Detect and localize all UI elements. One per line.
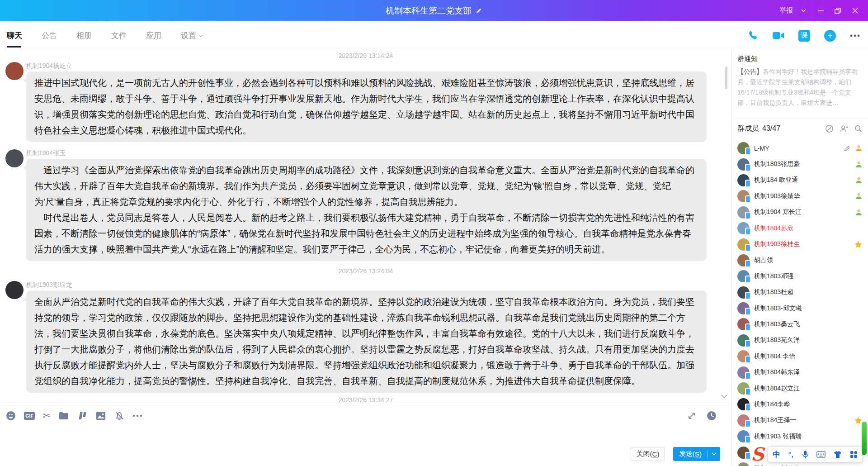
send-button[interactable]: 发送(S) xyxy=(673,447,720,461)
sender-name: 机制1904张玉 xyxy=(26,148,731,157)
send-button-label[interactable]: 发送(S) xyxy=(673,447,708,461)
member-avatar xyxy=(737,302,750,314)
chat-history: 2023/2/26 13:14:24 机制1904杨屹立 推进中国式现代化，是一… xyxy=(0,50,731,405)
report-button[interactable]: 举报 xyxy=(779,6,793,15)
member-row[interactable]: 机制1803张思豪 xyxy=(732,156,868,172)
ime-toolbox-icon[interactable] xyxy=(850,451,858,458)
scroll-to-bottom-icon[interactable] xyxy=(721,394,728,399)
message-bubble: 通过学习《全面从严治党探索出依靠党的自我革命跳出历史周期率的成功路径》文件，我深… xyxy=(26,159,707,261)
member-row[interactable]: 机制1803-邱文曦 xyxy=(732,300,868,316)
member-row[interactable]: 机制1803苑久洋 xyxy=(732,333,868,348)
member-row[interactable]: 机制1804韩东泽 xyxy=(732,364,868,380)
anonymous-chat-icon[interactable] xyxy=(825,124,834,133)
tab-album[interactable]: 相册 xyxy=(76,21,92,50)
send-options-chevron-icon[interactable] xyxy=(708,447,720,461)
member-row[interactable]: 机制1804赵立江 xyxy=(732,380,868,396)
edit-title-icon[interactable] xyxy=(476,7,482,14)
message: 机制1904杨屹立 推进中国式现代化，是一项前无古人的开创性事业，必然会遇到各种… xyxy=(0,61,731,142)
member-row[interactable]: 机制1903徐桂生 xyxy=(732,236,868,252)
chat-scrollbar-thumb[interactable] xyxy=(725,67,727,89)
message-bubble: 推进中国式现代化，是一项前无古人的开创性事业，必然会遇到各种可以预料和难以预料的… xyxy=(26,71,707,142)
member-avatar xyxy=(737,238,750,251)
member-avatar xyxy=(737,462,750,466)
ime-skin-icon[interactable] xyxy=(834,451,842,458)
group-notice[interactable]: 群通知 【公告】各位同学好！我是学院辅导员李明月，最近学院学生党支部结构调整，咱… xyxy=(737,55,863,108)
member-avatar xyxy=(737,190,750,202)
image-icon[interactable] xyxy=(95,410,106,421)
member-row[interactable]: 机制1903 张福瑞 xyxy=(732,428,868,444)
member-avatar xyxy=(737,350,750,362)
invite-member-icon[interactable] xyxy=(840,124,848,133)
member-avatar xyxy=(737,142,750,154)
avatar[interactable] xyxy=(5,149,24,167)
member-row[interactable]: 胡占领 xyxy=(732,252,868,268)
close-chat-button[interactable]: 关闭(C) xyxy=(631,447,665,461)
message: 机制1903彭瑞龙 全面从严治党是新时代党的自我革命的伟大实践，开辟了百年大党自… xyxy=(0,280,731,393)
file-folder-icon[interactable] xyxy=(58,410,69,421)
titlebar-chevron-down-icon[interactable] xyxy=(797,5,809,17)
expand-editor-icon[interactable] xyxy=(687,411,696,420)
restore-button[interactable] xyxy=(832,5,844,17)
gif-icon[interactable]: GIF xyxy=(24,412,35,420)
member-row[interactable]: 机制184 欧亚通 xyxy=(732,172,868,188)
member-name: 机制1804赵立江 xyxy=(754,385,863,393)
member-row[interactable]: 机制1903徐婧华 xyxy=(732,188,868,204)
member-status-icon xyxy=(855,161,863,168)
member-avatar xyxy=(737,334,750,347)
group-notice-title: 群通知 xyxy=(737,55,863,63)
mobile-online-badge xyxy=(745,180,751,187)
member-avatar xyxy=(737,366,750,379)
video-call-icon[interactable] xyxy=(772,31,784,40)
member-row[interactable]: L-MY xyxy=(732,140,868,156)
member-avatar xyxy=(737,414,750,427)
shake-window-icon[interactable] xyxy=(77,410,88,421)
ime-keyboard-icon[interactable] xyxy=(816,451,826,458)
tab-files[interactable]: 文件 xyxy=(111,21,127,50)
add-icon[interactable] xyxy=(824,30,836,42)
sogou-logo[interactable]: S xyxy=(751,443,764,465)
member-row[interactable]: 机制184王择一 xyxy=(732,413,868,428)
tab-chat[interactable]: 聊天 xyxy=(7,21,22,50)
member-avatar xyxy=(737,318,750,330)
member-row[interactable]: 机制1804 李怡 xyxy=(732,348,868,364)
tab-announcement[interactable]: 公告 xyxy=(42,21,57,50)
mobile-online-badge xyxy=(745,308,751,315)
mobile-online-badge xyxy=(745,244,751,252)
more-icon[interactable] xyxy=(850,34,860,37)
minimize-button[interactable] xyxy=(815,5,826,17)
member-avatar xyxy=(737,430,750,442)
avatar[interactable] xyxy=(5,62,24,80)
screenshot-icon[interactable]: ✂ xyxy=(42,410,51,421)
member-row[interactable]: 机制184李晔 xyxy=(732,396,868,412)
member-name: 机制184王择一 xyxy=(754,416,854,424)
message-bubble: 全面从严治党是新时代党的自我革命的伟大实践，开辟了百年大党自我革命的新境界。坚持… xyxy=(26,290,707,393)
close-button[interactable] xyxy=(849,5,861,17)
ime-microphone-icon[interactable] xyxy=(802,450,809,459)
tab-settings[interactable]: 设置 xyxy=(181,21,203,50)
tab-apps[interactable]: 应用 xyxy=(146,21,161,50)
member-row[interactable]: 机制1803桑云飞 xyxy=(732,316,868,332)
composer-divider xyxy=(0,405,731,405)
mobile-online-badge xyxy=(745,212,751,219)
avatar[interactable] xyxy=(5,281,24,299)
members-header-label: 群成员 xyxy=(737,124,759,133)
member-row[interactable]: 机制1904 郑长江 xyxy=(732,204,868,220)
search-member-icon[interactable] xyxy=(854,124,863,133)
member-avatar xyxy=(737,270,750,282)
ime-punctuation-toggle[interactable]: °, xyxy=(788,451,794,458)
bell-mute-icon[interactable] xyxy=(114,410,125,421)
ime-language-mode[interactable]: 中 xyxy=(773,449,780,460)
course-icon[interactable]: 课 xyxy=(798,30,810,42)
voice-call-icon[interactable] xyxy=(747,30,758,41)
emoji-icon[interactable] xyxy=(5,410,16,421)
mobile-online-badge xyxy=(745,260,751,267)
timestamp: 2023/2/26 13:24:04 xyxy=(0,267,731,276)
member-row[interactable]: 机制1803邓强 xyxy=(732,268,868,284)
chat-history-icon[interactable] xyxy=(706,410,717,421)
member-row[interactable]: 机制1803杜超 xyxy=(732,285,868,300)
member-row[interactable]: 机制1804苏欣 xyxy=(732,220,868,236)
more-tools-icon[interactable] xyxy=(132,414,142,417)
edit-nickname-icon[interactable] xyxy=(844,145,851,152)
member-name: 机制1803-邱文曦 xyxy=(754,304,863,313)
edge-scrollbar-thumb[interactable] xyxy=(862,422,867,455)
